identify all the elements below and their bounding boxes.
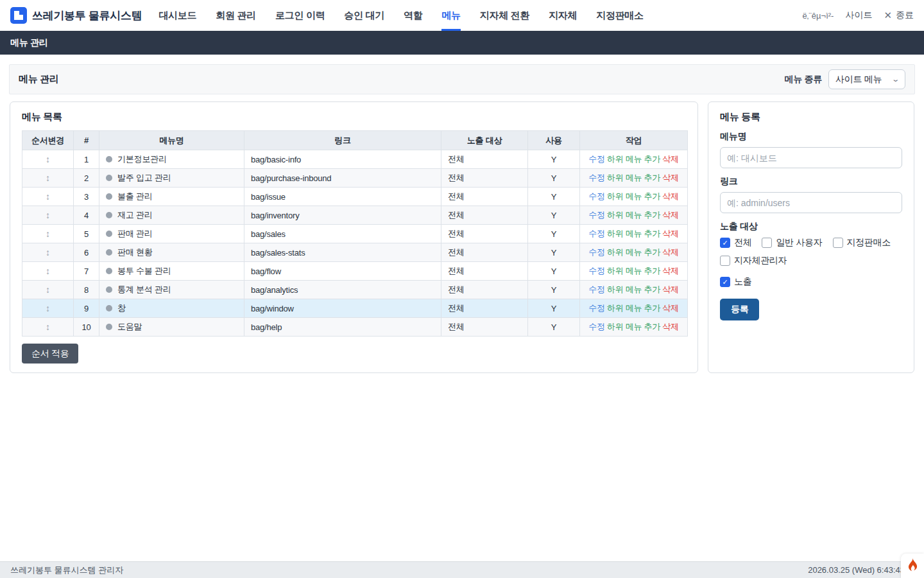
page-title: 메뉴 관리 (19, 73, 59, 85)
debug-toolbar-button[interactable] (901, 554, 924, 578)
column-header: 작업 (580, 131, 688, 150)
nav-item[interactable]: 회원 관리 (216, 0, 256, 31)
edit-link[interactable]: 수정 (588, 173, 604, 182)
row-number: 1 (74, 150, 99, 169)
edit-link[interactable]: 수정 (588, 322, 604, 331)
delete-link[interactable]: 삭제 (662, 322, 678, 331)
app-logo-icon (10, 7, 27, 24)
nav-item[interactable]: 대시보드 (158, 0, 196, 31)
delete-link[interactable]: 삭제 (662, 266, 678, 276)
exit-label: 종료 (896, 10, 914, 21)
target-label: 노출 대상 (720, 221, 902, 232)
drag-handle-icon[interactable]: ↕ (46, 154, 50, 164)
nav-item[interactable]: 승인 대기 (344, 0, 384, 31)
checkbox-option[interactable]: 일반 사용자 (762, 237, 822, 249)
menu-link-label: 링크 (720, 176, 902, 188)
add-sub-menu-link[interactable]: 하위 메뉴 추가 (607, 210, 660, 220)
checkbox-checked-icon[interactable]: ✓ (720, 238, 730, 248)
menu-link-input[interactable] (720, 192, 902, 213)
site-link[interactable]: 사이트 (845, 10, 872, 21)
menu-type-select[interactable]: 사이트 메뉴 ⌄ (828, 69, 905, 89)
register-button[interactable]: 등록 (720, 299, 759, 320)
edit-link[interactable]: 수정 (588, 285, 604, 294)
menu-form-title: 메뉴 등록 (720, 111, 902, 123)
drag-handle-icon[interactable]: ↕ (46, 266, 50, 276)
edit-link[interactable]: 수정 (588, 266, 604, 276)
edit-link[interactable]: 수정 (588, 247, 604, 257)
add-sub-menu-link[interactable]: 하위 메뉴 추가 (607, 247, 660, 257)
add-sub-menu-link[interactable]: 하위 메뉴 추가 (607, 154, 660, 164)
menu-list-title: 메뉴 목록 (22, 111, 686, 123)
delete-link[interactable]: 삭제 (662, 173, 678, 182)
checkbox-unchecked-icon[interactable] (720, 256, 730, 266)
drag-handle-icon[interactable]: ↕ (46, 285, 50, 295)
checkbox-option[interactable]: 지정판매소 (833, 237, 891, 249)
exit-button[interactable]: ✕ 종료 (884, 10, 914, 21)
add-sub-menu-link[interactable]: 하위 메뉴 추가 (607, 322, 660, 331)
bullet-icon (106, 324, 112, 330)
nav-item[interactable]: 역할 (404, 0, 422, 31)
drag-handle-icon[interactable]: ↕ (46, 191, 50, 202)
checkbox-checked-icon[interactable]: ✓ (720, 277, 730, 287)
nav-item[interactable]: 지정판매소 (596, 0, 644, 31)
drag-handle-icon[interactable]: ↕ (46, 247, 50, 258)
add-sub-menu-link[interactable]: 하위 메뉴 추가 (607, 191, 660, 201)
table-row: ↕4재고 관리bag/inventory전체Y수정 하위 메뉴 추가 삭제 (22, 206, 688, 225)
add-sub-menu-link[interactable]: 하위 메뉴 추가 (607, 285, 660, 294)
delete-link[interactable]: 삭제 (662, 191, 678, 201)
edit-link[interactable]: 수정 (588, 303, 604, 313)
checkbox-option[interactable]: ✓노출 (720, 276, 751, 288)
edit-link[interactable]: 수정 (588, 229, 604, 238)
menu-name-cell: 기본정보관리 (99, 150, 244, 169)
drag-handle-icon[interactable]: ↕ (46, 322, 50, 332)
edit-link[interactable]: 수정 (588, 210, 604, 220)
footer-timestamp: 2026.03.25 (Wed) 6:43:43 (808, 565, 905, 575)
menu-name-cell: 발주 입고 관리 (99, 169, 244, 188)
menu-link-cell: bag/inventory (244, 206, 441, 225)
checkbox-unchecked-icon[interactable] (833, 238, 843, 248)
menu-link-cell: bag/issue (244, 188, 441, 206)
checkbox-option[interactable]: 지자체관리자 (720, 255, 787, 267)
checkbox-label: 전체 (734, 237, 751, 249)
checkbox-label: 지정판매소 (847, 237, 891, 249)
delete-link[interactable]: 삭제 (662, 285, 678, 294)
row-number: 6 (74, 243, 99, 262)
add-sub-menu-link[interactable]: 하위 메뉴 추가 (607, 229, 660, 238)
breadcrumb: 메뉴 관리 (0, 31, 924, 55)
checkbox-option[interactable]: ✓전체 (720, 237, 751, 249)
nav-item[interactable]: 로그인 이력 (275, 0, 325, 31)
delete-link[interactable]: 삭제 (662, 154, 678, 164)
nav-item[interactable]: 지자체 전환 (480, 0, 529, 31)
table-row: ↕8통계 분석 관리bag/analytics전체Y수정 하위 메뉴 추가 삭제 (22, 281, 688, 299)
column-header: # (74, 131, 99, 150)
row-number: 3 (74, 188, 99, 206)
menu-name-input[interactable] (720, 147, 902, 168)
close-icon: ✕ (884, 10, 892, 21)
delete-link[interactable]: 삭제 (662, 303, 678, 313)
delete-link[interactable]: 삭제 (662, 210, 678, 220)
footer: 쓰레기봉투 물류시스템 관리자 2026.03.25 (Wed) 6:43:43 (0, 561, 924, 578)
edit-link[interactable]: 수정 (588, 191, 604, 201)
bullet-icon (106, 156, 112, 162)
table-row: ↕3불출 관리bag/issue전체Y수정 하위 메뉴 추가 삭제 (22, 188, 688, 206)
menu-type-group: 메뉴 종류 사이트 메뉴 ⌄ (785, 69, 905, 89)
drag-handle-icon[interactable]: ↕ (46, 229, 50, 239)
apply-order-button[interactable]: 순서 적용 (22, 344, 78, 363)
drag-handle-icon[interactable]: ↕ (46, 210, 50, 220)
add-sub-menu-link[interactable]: 하위 메뉴 추가 (607, 173, 660, 182)
delete-link[interactable]: 삭제 (662, 247, 678, 257)
nav-item-active[interactable]: 메뉴 (441, 0, 460, 31)
top-bar: 쓰레기봉투 물류시스템 대시보드회원 관리로그인 이력승인 대기역할메뉴지자체 … (0, 0, 924, 31)
delete-link[interactable]: 삭제 (662, 229, 678, 238)
add-sub-menu-link[interactable]: 하위 메뉴 추가 (607, 303, 660, 313)
use-cell: Y (528, 169, 580, 188)
drag-handle-icon[interactable]: ↕ (46, 173, 50, 183)
brand[interactable]: 쓰레기봉투 물류시스템 (10, 7, 142, 24)
use-cell: Y (528, 262, 580, 281)
edit-link[interactable]: 수정 (588, 154, 604, 164)
drag-handle-icon[interactable]: ↕ (46, 303, 50, 313)
checkbox-unchecked-icon[interactable] (762, 238, 772, 248)
add-sub-menu-link[interactable]: 하위 메뉴 추가 (607, 266, 660, 276)
nav-item[interactable]: 지자체 (549, 0, 577, 31)
bullet-icon (106, 175, 112, 181)
